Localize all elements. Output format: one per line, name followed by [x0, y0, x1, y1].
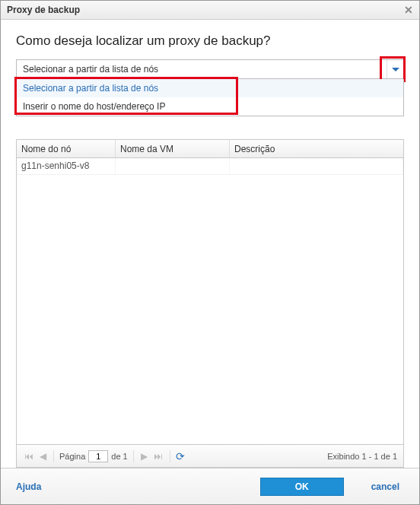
window-title: Proxy de backup — [7, 5, 80, 15]
dialog-body: Como deseja localizar um proxy de backup… — [1, 20, 419, 468]
close-icon[interactable]: ✕ — [404, 4, 413, 16]
dropdown-option-host-ip[interactable]: Inserir o nome do host/endereço IP — [17, 97, 403, 116]
separator — [133, 450, 134, 462]
dropdown-list: Selecionar a partir da lista de nós Inse… — [16, 79, 404, 116]
pager: ⏮ ◀ Página de 1 ▶ ⏭ ⟳ Exibindo 1 - 1 de … — [17, 444, 403, 467]
page-label-prefix: Página — [59, 452, 85, 461]
help-link[interactable]: Ajuda — [16, 481, 41, 492]
table-row[interactable]: g11n-senhi05-v8 — [17, 158, 403, 175]
chevron-down-icon — [392, 68, 399, 71]
page-input[interactable] — [88, 450, 108, 462]
prev-page-icon[interactable]: ◀ — [38, 449, 48, 463]
footer-right: OK cancel — [260, 478, 404, 496]
col-header-node[interactable]: Nome do nó — [17, 140, 116, 157]
refresh-icon[interactable]: ⟳ — [176, 450, 185, 462]
page-label-suffix: de 1 — [111, 452, 127, 461]
cell-node: g11n-senhi05-v8 — [17, 158, 116, 174]
dialog: Proxy de backup ✕ Como deseja localizar … — [0, 0, 420, 505]
next-page-icon[interactable]: ▶ — [139, 449, 149, 463]
ok-button[interactable]: OK — [260, 478, 344, 496]
select-value: Selecionar a partir da lista de nós — [23, 64, 158, 75]
cell-desc — [230, 158, 403, 174]
page-heading: Como deseja localizar um proxy de backup… — [16, 33, 404, 49]
select-method[interactable]: Selecionar a partir da lista de nós — [16, 59, 404, 79]
select-wrap: Selecionar a partir da lista de nós Sele… — [16, 59, 404, 116]
separator — [170, 450, 170, 462]
node-table: Nome do nó Nome da VM Descrição g11n-sen… — [16, 139, 404, 468]
cell-vm — [116, 158, 230, 174]
last-page-icon[interactable]: ⏭ — [152, 449, 164, 463]
table-body: g11n-senhi05-v8 — [17, 158, 403, 444]
table-header: Nome do nó Nome da VM Descrição — [17, 140, 403, 158]
dropdown-option-from-list[interactable]: Selecionar a partir da lista de nós — [17, 79, 403, 97]
separator — [53, 450, 54, 462]
cancel-button[interactable]: cancel — [367, 481, 404, 493]
dialog-footer: Ajuda OK cancel — [1, 468, 419, 504]
col-header-desc[interactable]: Descrição — [230, 140, 403, 157]
select-trigger[interactable] — [387, 60, 403, 78]
titlebar: Proxy de backup ✕ — [1, 1, 419, 20]
col-header-vm[interactable]: Nome da VM — [116, 140, 230, 157]
pager-left: ⏮ ◀ Página de 1 ▶ ⏭ ⟳ — [23, 449, 185, 463]
first-page-icon[interactable]: ⏮ — [23, 449, 35, 463]
pager-status: Exibindo 1 - 1 de 1 — [327, 452, 397, 461]
